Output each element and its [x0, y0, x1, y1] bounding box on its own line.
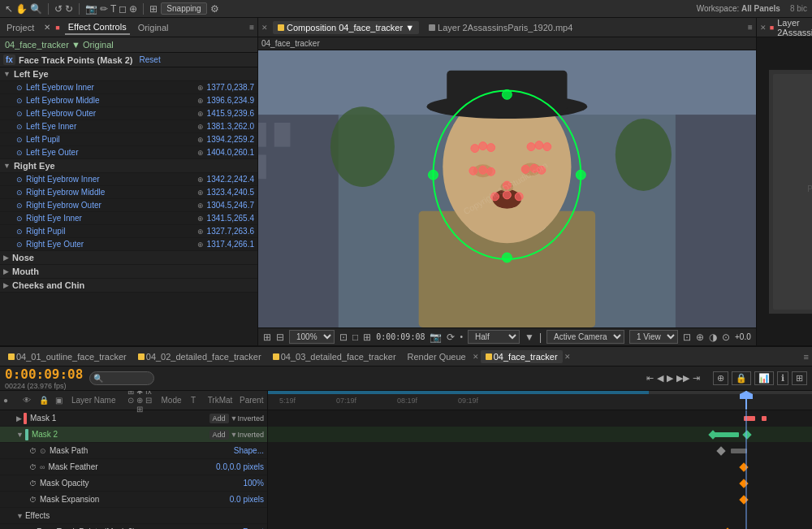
fx-effect-name[interactable]: Face Track Points (Mask 2)	[19, 55, 133, 65]
tl-layer-mask-feather[interactable]: ⏱ ∞ Mask Feather 0.0,0.0 pixels	[0, 459, 267, 475]
arrow-tool-icon[interactable]: ↖	[5, 3, 13, 15]
tl-render-btn[interactable]: ⊞	[792, 371, 807, 385]
track-left-eyebrow-middle[interactable]: ⊙ Left Eyebrow Middle ⊕ 1396.6,234.9	[0, 94, 257, 107]
tl-next-frame[interactable]: ▶▶	[676, 373, 689, 384]
tl-mask1-mode-arrow[interactable]: ▼	[231, 414, 238, 423]
tab-render-queue[interactable]: Render Queue	[403, 350, 471, 363]
tab-tl-01[interactable]: 04_01_outline_face_tracker	[3, 350, 132, 363]
view-count-select[interactable]: 1 View	[629, 330, 678, 344]
comp-camera-icon[interactable]: 📷	[430, 332, 442, 343]
tab-composition-04[interactable]: Composition 04_face_tracker ▼	[273, 21, 419, 34]
tl-panel-menu[interactable]: ≡	[804, 352, 809, 362]
group-nose[interactable]: ▶ Nose	[0, 251, 257, 265]
view-select[interactable]: Active Camera	[546, 330, 624, 344]
tl-layer-mask-opacity[interactable]: ⏱ Mask Opacity 100%	[0, 475, 267, 492]
track-right-eyebrow-middle[interactable]: ⊙ Right Eyebrow Middle ⊕ 1323.4,240.5	[0, 186, 257, 199]
track-right-eye-inner[interactable]: ⊙ Right Eye Inner ⊕ 1341.5,265.4	[0, 212, 257, 225]
zoom-tool-icon[interactable]: 🔍	[30, 3, 42, 15]
comp-view-icon[interactable]: ⊡	[683, 332, 691, 343]
tl-04-close[interactable]: ✕	[564, 353, 571, 361]
tab-layer-assassins[interactable]: Layer 2AssassinsParis_1920.mp4	[424, 21, 577, 34]
comp-grid-icon[interactable]: ⊞	[363, 332, 371, 343]
tl-layer-mask2[interactable]: ▼ Mask 2 Add ▼ Inverted	[0, 427, 267, 443]
camera-icon[interactable]: 📷	[85, 3, 97, 15]
tl-mask-path-value[interactable]: Shape...	[234, 446, 264, 455]
tl-play[interactable]: ▶	[667, 373, 673, 384]
tl-mask1-expand[interactable]: ▶	[16, 414, 22, 423]
track-right-eyebrow-inner[interactable]: ⊙ Right Eyebrow Inner ⊕ 1342.2,242.4	[0, 173, 257, 186]
tab-tl-04[interactable]: 04_face_tracker	[481, 350, 563, 363]
comp-region-icon[interactable]: □	[352, 332, 358, 343]
tab-effect-controls[interactable]: Effect Controls	[65, 20, 130, 35]
tl-effects-expand[interactable]: ▼	[16, 512, 24, 520]
tl-layer-mask-expansion[interactable]: ⏱ Mask Expansion 0.0 pixels	[0, 492, 267, 508]
tl-layer-mask-path[interactable]: ⏱ ⊙ Mask Path Shape...	[0, 443, 267, 459]
redo-icon[interactable]: ↻	[65, 3, 73, 15]
tab-project[interactable]: Project	[3, 21, 37, 34]
hand-tool-icon[interactable]: ✋	[15, 3, 28, 15]
right-close-icon[interactable]: ✕	[760, 24, 767, 32]
tl-mask-feather-value[interactable]: 0.0,0.0 pixels	[216, 462, 264, 471]
comp-viewer[interactable]: Copyright 3DStudio.com	[258, 50, 756, 327]
comp-tab-close-left[interactable]: ✕	[261, 24, 268, 32]
comp-dot-layer	[429, 24, 435, 31]
tab-original[interactable]: Original	[135, 21, 172, 34]
group-mouth[interactable]: ▶ Mouth	[0, 265, 257, 279]
tl-shuttle-left[interactable]: ⇤	[646, 373, 654, 384]
tl-mask2-expand[interactable]: ▼	[16, 431, 24, 439]
group-right-eye[interactable]: ▼ Right Eye	[0, 159, 257, 173]
track-right-pupil[interactable]: ⊙ Right Pupil ⊕ 1327.7,263.6	[0, 225, 257, 238]
comp-quality-icon[interactable]: ▼	[525, 332, 534, 343]
comp-panel-menu[interactable]: ≡	[748, 23, 753, 32]
tl-info-btn[interactable]: ℹ	[777, 371, 788, 385]
tab-tl-02[interactable]: 04_02_detailed_face_tracker	[133, 350, 266, 363]
panel-menu-icon[interactable]: ≡	[249, 23, 254, 32]
pen-tool-icon[interactable]: ✏	[100, 3, 108, 15]
render-queue-close[interactable]: ✕	[473, 353, 479, 361]
tl-shuttle-right[interactable]: ⇥	[693, 373, 700, 384]
tl-prev-frame[interactable]: ◀	[657, 373, 663, 384]
track-right-eye-outer[interactable]: ⊙ Right Eye Outer ⊕ 1317.4,266.1	[0, 238, 257, 251]
tl-search-input[interactable]	[89, 371, 154, 385]
fx-reset-button[interactable]: Reset	[140, 55, 161, 64]
puppet-tool-icon[interactable]: ⊕	[129, 3, 137, 15]
comp-color-icon[interactable]: ⊙	[722, 332, 730, 343]
comp-fit-icon[interactable]: ⊡	[339, 332, 348, 343]
comp-sync-icon[interactable]: ⟳	[447, 332, 455, 343]
align-icon[interactable]: ⊞	[149, 3, 158, 15]
track-left-eyebrow-outer[interactable]: ⊙ Left Eyebrow Outer ⊕ 1415.9,239.6	[0, 107, 257, 120]
snapping-button[interactable]: Snapping	[161, 2, 206, 15]
tl-lock-btn[interactable]: 🔒	[732, 371, 751, 385]
tl-layer-face-track[interactable]: ▶ Face Track Points (Mask 2) Reset	[0, 524, 267, 529]
comp-tool-1[interactable]: ⊞	[263, 332, 271, 343]
zoom-select[interactable]: 100% 50% 200%	[289, 330, 335, 344]
shape-tool-icon[interactable]: ◻	[119, 3, 127, 15]
track-right-eyebrow-outer[interactable]: ⊙ Right Eyebrow Outer ⊕ 1304.5,246.7	[0, 199, 257, 212]
text-tool-icon[interactable]: T	[110, 3, 116, 15]
comp-tool-2[interactable]: ⊟	[276, 332, 284, 343]
tab-tl-03[interactable]: 04_03_detailed_face_tracker	[268, 350, 401, 363]
track-left-eye-inner[interactable]: ⊙ Left Eye Inner ⊕ 1381.3,262.0	[0, 120, 257, 133]
bit-depth-label[interactable]: 8 bic	[790, 4, 807, 13]
track-left-eye-outer[interactable]: ⊙ Left Eye Outer ⊕ 1404.0,260.1	[0, 146, 257, 159]
track-left-eyebrow-inner[interactable]: ⊙ Left Eyebrow Inner ⊕ 1377.0,238.7	[0, 81, 257, 94]
comp-channels-icon[interactable]: ⊕	[696, 332, 704, 343]
track-left-pupil[interactable]: ⊙ Left Pupil ⊕ 1394.2,259.2	[0, 133, 257, 146]
tl-layer-effects[interactable]: ▼ Effects	[0, 508, 267, 524]
tl-mask2-mode-arrow[interactable]: ▼	[231, 431, 238, 439]
tl-mask-expansion-value[interactable]: 0.0 pixels	[230, 495, 264, 504]
quality-select[interactable]: Half Full Quarter	[468, 330, 520, 344]
snapping-options-icon[interactable]: ⚙	[210, 3, 219, 15]
tl-mask-opacity-value[interactable]: 100%	[243, 479, 264, 488]
tl-solo-btn[interactable]: ⊕	[713, 371, 728, 385]
project-tab-close[interactable]: ✕	[44, 23, 50, 32]
tl-keyframe-area[interactable]: 5:19f 07:19f 08:19f 09:19f	[268, 391, 812, 529]
group-left-eye[interactable]: ▼ Left Eye	[0, 67, 257, 81]
tl-timecode[interactable]: 0:00:09:08	[5, 366, 83, 382]
tl-mask2-mode[interactable]: Add	[209, 430, 229, 440]
group-cheeks[interactable]: ▶ Cheeks and Chin	[0, 279, 257, 293]
comp-exposure-icon[interactable]: ◑	[709, 332, 717, 343]
undo-icon[interactable]: ↺	[54, 3, 63, 15]
tl-graph-btn[interactable]: 📊	[754, 371, 774, 385]
tl-mask1-mode[interactable]: Add	[209, 414, 229, 423]
